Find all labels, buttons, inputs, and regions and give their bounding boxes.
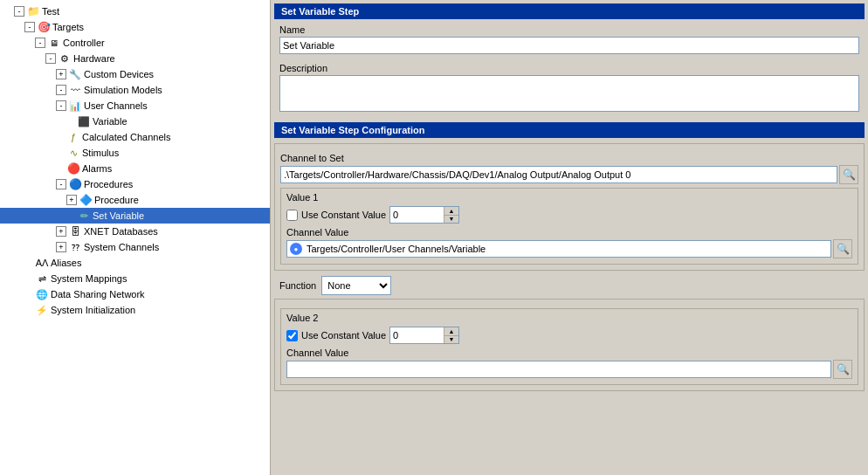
name-section: Name [274,24,865,59]
tree-item-targets[interactable]: - 🎯 Targets [0,19,270,35]
value1-channel-label: Channel Value [286,227,852,238]
right-panel: Set Variable Step Name Description Set V… [271,0,868,475]
tree-item-user-channels[interactable]: - 📊 User Channels [0,98,270,114]
step-header-label: Set Variable Step [281,6,359,17]
procedure-label: Procedure [94,195,139,205]
value1-constant-input[interactable] [390,209,444,221]
aliases-icon: AΛ [35,256,49,270]
value2-use-constant-checkbox[interactable] [286,330,298,341]
value2-spin-up[interactable]: ▲ [444,327,458,336]
system-mappings-icon: ⇌ [35,272,49,286]
channel-to-set-input[interactable] [280,166,837,183]
root-label: Test [42,6,59,17]
name-input[interactable] [279,37,859,54]
value2-outer: Value 2 Use Constant Value ▲ ▼ Channel V… [274,299,865,391]
sim-models-icon: 〰 [68,83,82,97]
tree-root[interactable]: - 📁 Test [0,3,270,19]
expand-root[interactable]: - [14,6,24,17]
procedures-icon: 🔵 [68,177,82,191]
stimulus-icon: ∿ [66,146,80,160]
system-init-icon: ⚡ [35,303,49,317]
channel-to-set-label: Channel to Set [280,153,858,163]
stimulus-label: Stimulus [82,148,119,158]
tree-item-set-variable[interactable]: ✏ Set Variable [0,208,270,224]
expand-procedure[interactable]: + [66,195,77,205]
expand-system-channels[interactable]: + [56,242,66,252]
value2-spin-down[interactable]: ▼ [444,336,458,344]
tree-item-custom-devices[interactable]: + 🔧 Custom Devices [0,66,270,82]
expand-hardware[interactable]: - [45,53,56,64]
expand-xnet[interactable]: + [56,226,66,237]
value2-constant-input[interactable] [390,329,444,341]
expand-user-channels[interactable]: - [56,100,66,111]
value1-constant-spinner: ▲ ▼ [389,206,459,224]
function-select[interactable]: None Add Subtract Multiply Divide [321,276,391,295]
tree-item-system-mappings[interactable]: ⇌ System Mappings [0,271,270,286]
tree-item-hardware[interactable]: - ⚙ Hardware [0,51,270,66]
tree-item-alarms[interactable]: 🔴 Alarms [0,161,270,176]
expand-targets[interactable]: - [24,22,35,32]
value1-spin-down[interactable]: ▼ [444,216,458,224]
value2-constant-label: Use Constant Value [301,330,386,341]
data-sharing-icon: 🌐 [35,287,49,301]
tree-item-calculated-channels[interactable]: ƒ Calculated Channels [0,129,270,145]
user-channels-label: User Channels [84,100,148,111]
alarms-icon: 🔴 [66,162,80,176]
name-label: Name [279,24,859,35]
expand-custom-devices[interactable]: + [56,69,66,79]
value1-channel-input[interactable] [304,240,828,258]
tree-item-data-sharing[interactable]: 🌐 Data Sharing Network [0,286,270,302]
tree-item-stimulus[interactable]: ∿ Stimulus [0,145,270,161]
tree-item-system-init[interactable]: ⚡ System Initialization [0,302,270,318]
tree-item-xnet[interactable]: + 🗄 XNET Databases [0,224,270,239]
xnet-label: XNET Databases [84,226,158,237]
value1-channel-browse-btn[interactable]: 🔍 [833,239,852,258]
custom-devices-label: Custom Devices [84,69,154,79]
tree-panel: - 📁 Test - 🎯 Targets - 🖥 Controller - ⚙ … [0,0,271,475]
value2-channel-browse-btn[interactable]: 🔍 [833,360,852,379]
description-input[interactable] [279,75,859,112]
tree-item-controller[interactable]: - 🖥 Controller [0,35,270,51]
value1-channel-row: ● 🔍 [286,239,852,258]
calc-channels-icon: ƒ [66,130,80,144]
sim-models-label: Simulation Models [84,85,162,95]
value2-group: Value 2 Use Constant Value ▲ ▼ Channel V… [280,308,858,385]
expand-controller[interactable]: - [35,38,45,48]
tree-item-system-channels[interactable]: + ⁇ System Channels [0,239,270,255]
tree-item-simulation-models[interactable]: - 〰 Simulation Models [0,82,270,98]
value2-channel-input[interactable] [286,361,831,378]
user-channels-icon: 📊 [68,99,82,113]
system-mappings-label: System Mappings [51,273,127,284]
value2-channel-label: Channel Value [286,348,852,358]
system-channels-icon: ⁇ [68,240,82,254]
hardware-icon: ⚙ [58,52,72,65]
config-section: Channel to Set 🔍 Value 1 Use Constant Va… [274,143,865,271]
value1-title: Value 1 [286,192,852,203]
function-section: Function None Add Subtract Multiply Divi… [274,276,865,295]
tree-item-procedures[interactable]: - 🔵 Procedures [0,176,270,192]
value1-channel-input-wrap: ● [286,240,831,258]
expand-procedures[interactable]: - [56,179,66,189]
value1-spin-up[interactable]: ▲ [444,207,458,216]
function-label: Function [279,280,316,291]
channel-to-set-row: 🔍 [280,165,858,184]
tree-item-aliases[interactable]: AΛ Aliases [0,255,270,271]
value2-channel-row: 🔍 [286,360,852,379]
channel-to-set-browse-btn[interactable]: 🔍 [839,165,858,184]
system-channels-label: System Channels [84,242,159,252]
set-variable-icon: ✏ [77,209,91,223]
value1-group: Value 1 Use Constant Value ▲ ▼ Channel V… [280,188,858,265]
value2-spinner-btns: ▲ ▼ [444,327,458,343]
expand-sim-models[interactable]: - [56,85,66,95]
controller-label: Controller [63,38,105,48]
data-sharing-label: Data Sharing Network [51,289,145,299]
tree-item-procedure[interactable]: + 🔷 Procedure [0,192,270,208]
set-variable-label: Set Variable [93,210,144,221]
tree-item-variable[interactable]: ⬛ Variable [0,114,270,129]
value1-channel-icon: ● [290,243,302,255]
targets-label: Targets [52,22,84,32]
targets-icon: 🎯 [37,20,51,34]
value1-use-constant-checkbox[interactable] [286,210,298,221]
system-init-label: System Initialization [51,305,135,315]
config-header-label: Set Variable Step Configuration [281,125,424,135]
